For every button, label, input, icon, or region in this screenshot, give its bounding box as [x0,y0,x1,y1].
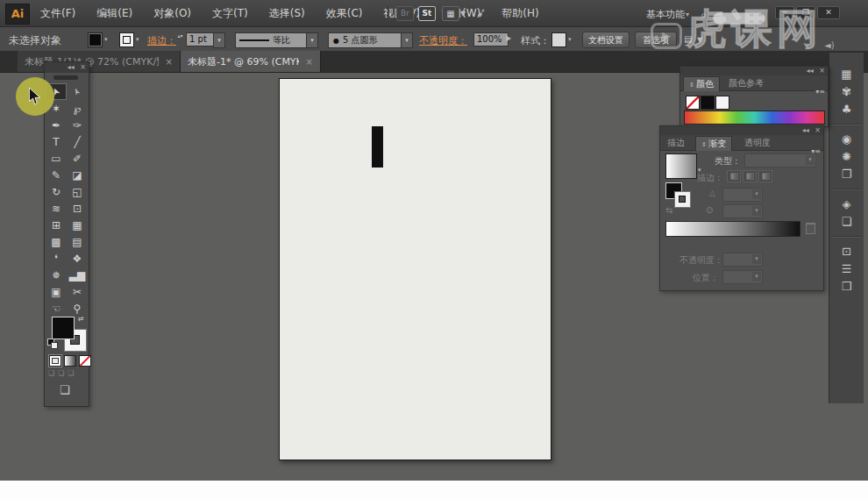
reverse-gradient-icon[interactable]: ⇆ [665,205,672,215]
menu-item[interactable]: 文件(F) [40,6,75,21]
menu-item[interactable]: 帮助(H) [502,6,538,21]
brushes-panel-icon[interactable]: ✾ [836,83,858,101]
width-profile-dropdown[interactable]: 等比 [235,32,307,48]
align-panel-icon[interactable]: ☰ [836,260,858,278]
chevron-down-icon[interactable]: ▾ [568,36,572,43]
gradient-angle-dropdown[interactable]: ▾ [722,188,763,202]
zoom-tool[interactable]: ⚲ [67,300,88,317]
artboard[interactable] [279,78,551,460]
gradient-position-dropdown[interactable]: ▾ [722,270,763,284]
layers-panel-icon[interactable]: ◈ [836,196,858,213]
color-mode-button[interactable] [49,355,61,367]
workspace-switcher[interactable]: 基本功能 [646,8,685,21]
width-profile-caret[interactable]: ▾ [306,32,318,48]
window-minimize-button[interactable]: ─ [775,6,794,19]
search-input[interactable] [713,12,765,25]
symbols-panel-icon[interactable]: ♣ [836,101,858,118]
fill-color-swatch[interactable] [88,32,103,47]
tab-color-guide[interactable]: 颜色参考 [723,76,769,90]
document-setup-button[interactable]: 文档设置 [582,32,630,48]
brush-definition-caret[interactable]: ▾ [401,32,413,48]
stroke-weight-dropdown[interactable]: ▾ [213,32,225,48]
rotate-tool[interactable]: ↻ [46,183,67,200]
style-swatch[interactable] [551,32,566,47]
direct-selection-tool[interactable]: ➣ [67,83,88,100]
curvature-tool[interactable]: ✑ [67,117,88,133]
close-icon[interactable]: × [819,67,825,75]
drawing-mode-icon[interactable]: ❏ [58,369,64,377]
cs-live-icon[interactable]: ➹ [475,4,487,20]
menu-item[interactable]: 编辑(E) [96,6,132,21]
bridge-icon[interactable]: Br [396,6,414,21]
pencil-tool[interactable]: ✎ [46,167,67,183]
close-icon[interactable]: × [80,63,86,71]
drawing-mode-icon[interactable]: ❏ [48,369,54,377]
blend-tool[interactable]: ❖ [67,250,88,267]
window-close-button[interactable]: ✕ [817,6,840,19]
tab-color[interactable]: ⇕颜色 [683,76,720,91]
screen-mode-button[interactable]: ❏ [60,383,70,396]
close-icon[interactable]: × [306,57,313,67]
transform-panel-icon[interactable]: ⊡ [836,243,858,260]
width-tool[interactable]: ≋ [46,200,67,217]
free-transform-tool[interactable]: ⊡ [67,200,88,217]
swatches-panel-icon[interactable]: ▦ [836,66,858,83]
mesh-tool[interactable]: ▩ [46,233,67,250]
panel-grip[interactable] [53,75,78,80]
opacity-field[interactable]: 100% [473,32,509,46]
close-icon[interactable]: × [815,126,821,134]
gradient-across-stroke-button[interactable] [758,170,772,182]
slice-tool[interactable]: ✂ [67,283,88,300]
menu-item[interactable]: 选择(S) [269,6,305,21]
search-icon[interactable]: ⌕ [701,9,707,21]
chevron-down-icon[interactable]: ▾ [686,11,689,18]
tab-stroke[interactable]: 描边 [662,136,690,150]
column-graph-tool[interactable]: ▃▆ [67,267,88,283]
gradient-slider[interactable] [665,221,800,237]
color-themes-panel-icon[interactable]: ◉ [836,131,858,148]
menu-item[interactable]: 文字(T) [212,6,248,21]
brush-definition-dropdown[interactable]: ● 5 点圆形 [328,32,402,48]
gradient-mode-button[interactable] [64,355,76,367]
menu-item[interactable]: 对象(O) [153,6,191,21]
eraser-tool[interactable]: ◪ [67,167,88,183]
gradient-thumbnail[interactable] [665,153,697,179]
panel-menu-icon[interactable]: ▾≡ [815,88,825,96]
menu-item[interactable]: 效果(C) [326,6,363,21]
white-color-swatch[interactable] [715,96,729,110]
eyedropper-tool[interactable]: ❛ [46,250,67,267]
collapse-icon[interactable]: ◂◂ [807,67,814,75]
stroke-weight-stepper[interactable]: ▴▾ [176,32,184,46]
lasso-tool[interactable]: ℘ [67,100,88,117]
chevron-down-icon[interactable]: ▾ [104,36,108,43]
panel-options-icon[interactable]: ▤ [684,34,692,44]
black-color-swatch[interactable] [701,96,715,110]
doc-tab-2[interactable]: 未标题-1* @ 69% (CMYK/预览) × [181,51,321,72]
color-guide-panel-icon[interactable]: ✺ [836,148,858,166]
fill-proxy-swatch[interactable] [52,317,75,339]
drawn-rectangle-shape[interactable] [372,126,383,168]
line-segment-tool[interactable]: ╱ [67,133,88,150]
doc-tab-1[interactable]: 未标题-1(1)* @ 72% (CMYK/预览) × [18,51,181,72]
swap-fill-stroke-icon[interactable]: ⇄ [78,315,84,323]
default-fill-stroke-icon[interactable] [47,339,57,348]
stroke-panel-link[interactable]: 描边： [147,34,176,47]
hand-tool[interactable]: ☜ [46,300,67,317]
trash-icon[interactable] [806,223,815,234]
links-panel-icon[interactable]: ❐ [836,166,858,183]
shape-builder-tool[interactable]: ⊞ [46,217,67,233]
stock-icon[interactable]: St [418,6,436,21]
stroke-color-swatch[interactable] [119,32,134,47]
chevron-down-icon[interactable]: ▼ [697,36,702,44]
gradient-along-stroke-button[interactable] [743,170,757,182]
collapse-icon[interactable]: ◂◂ [802,126,809,134]
gradient-aspect-dropdown[interactable]: ▾ [722,204,763,218]
gradient-stroke-proxy[interactable] [674,191,691,208]
arrange-documents-icon[interactable]: ▦ [442,6,459,21]
drawing-mode-icon[interactable]: ❏ [68,369,74,377]
pen-tool[interactable]: ✒ [46,117,67,133]
tab-transparency[interactable]: 透明度 [739,136,776,150]
paintbrush-tool[interactable]: ✐ [67,150,88,167]
symbol-sprayer-tool[interactable]: ✵ [46,267,67,283]
type-tool[interactable]: T [46,133,67,150]
